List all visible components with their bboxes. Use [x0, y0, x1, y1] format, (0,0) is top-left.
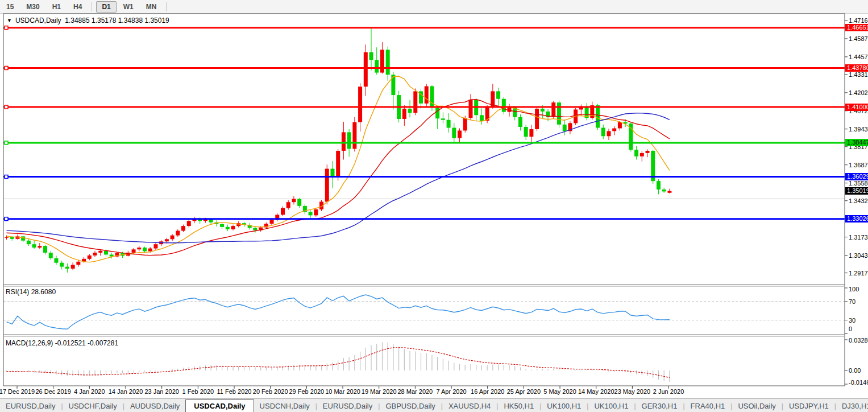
chart-tab-FRA40-H1[interactable]: FRA40,H1 [685, 400, 731, 412]
chart-tab-USDJPY-H1[interactable]: USDJPY,H1 [783, 400, 834, 412]
price-level-badge: 1.36029 [845, 173, 868, 180]
hline-handle[interactable] [5, 175, 8, 179]
current-price-badge: 1.35019 [845, 187, 868, 195]
trading-app-window: 15M30H1H4D1W1MN ▼USDCAD,Daily 1.34885 1.… [0, 0, 868, 412]
price-axis-tick[interactable]: 1.29175 [849, 270, 868, 277]
chart-tab-XAUUSD-H4[interactable]: XAUUSD,H4 [443, 400, 496, 412]
macd-axis-tick[interactable]: 0.03280 [849, 337, 868, 344]
chart-tab-DJ30-H1[interactable]: DJ30,H1 [836, 400, 868, 412]
chart-tab-AUDUSD-Daily[interactable]: AUDUSD,Daily [124, 400, 185, 412]
chart-tab-USDCAD-Daily[interactable]: USDCAD,Daily [185, 399, 254, 412]
chart-tab-USDCHF-Daily[interactable]: USDCHF,Daily [63, 400, 123, 412]
price-axis-tick[interactable]: 1.43315 [849, 71, 868, 78]
macd-histogram [7, 342, 670, 382]
hline-handle[interactable] [5, 141, 8, 145]
rsi-label: RSI(14) 28.6080 [6, 288, 56, 296]
chart-tab-bar: EURUSD,Daily|USDCHF,Daily|AUDUSD,DailyUS… [0, 398, 868, 412]
hline-handle[interactable] [5, 66, 8, 69]
rsi-axis-tick[interactable]: 30 [849, 317, 868, 324]
hline-handle[interactable] [5, 26, 8, 30]
price-axis-tick[interactable]: 1.44575 [849, 53, 868, 60]
price-axis-tick[interactable]: 1.47165 [849, 17, 868, 24]
chart-tab-EURUSD-Daily[interactable]: EURUSD,Daily [0, 400, 61, 412]
price-axis-tick[interactable]: 1.36875 [849, 162, 868, 168]
macd-axis-tick[interactable]: -0.0146 [849, 379, 868, 386]
chart-plot-area[interactable] [0, 0, 868, 412]
chart-tab-USOil-Daily[interactable]: USOil,Daily [732, 400, 781, 412]
rsi-line [7, 295, 670, 329]
price-axis-tick[interactable]: 1.30435 [849, 252, 868, 259]
chart-tab-GER30-H1[interactable]: GER30,H1 [636, 400, 683, 412]
chart-tab-HK50-H1[interactable]: HK50,H1 [498, 400, 539, 412]
price-level-badge: 1.46651 [845, 24, 868, 31]
date-axis-label[interactable]: 2 Jun 2020 [642, 388, 695, 395]
macd-axis-tick[interactable]: 0.00 [849, 367, 868, 374]
rsi-axis-tick[interactable]: 70 [849, 298, 868, 305]
chart-tab-USDCNH-Daily[interactable]: USDCNH,Daily [254, 400, 315, 412]
macd-label: MACD(12,26,9) -0.012521 -0.007281 [6, 339, 118, 347]
chart-tab-UK100-H1[interactable]: UK100,H1 [541, 400, 587, 412]
price-level-badge: 1.41000 [845, 104, 868, 111]
price-level-badge: 1.38447 [845, 139, 868, 146]
candles [5, 28, 671, 273]
price-level-badge: 1.43780 [845, 64, 868, 72]
price-axis-tick[interactable]: 1.31730 [849, 234, 868, 241]
rsi-axis-tick[interactable]: 100 [849, 286, 868, 292]
collapse-arrow-icon[interactable]: ▼ [7, 18, 12, 23]
chart-title-text: USDCAD,Daily 1.34885 1.35178 1.34838 1.3… [15, 17, 169, 24]
chart-tab-EURUSD-Daily[interactable]: EURUSD,Daily [317, 400, 378, 412]
rsi-axis-tick[interactable]: 0 [849, 326, 868, 332]
price-axis-tick[interactable]: 1.45870 [849, 35, 868, 42]
chart-tab-GBPUSD-Daily[interactable]: GBPUSD,Daily [380, 400, 441, 412]
hline-handle[interactable] [5, 105, 8, 109]
price-level-badge: 1.33026 [845, 215, 868, 223]
chart-window-border [3, 14, 845, 386]
price-axis-tick[interactable]: 1.35580 [849, 180, 868, 187]
hline-handle[interactable] [5, 217, 8, 221]
axis-ticks [17, 20, 848, 389]
chart-header: ▼USDCAD,Daily 1.34885 1.35178 1.34838 1.… [7, 17, 169, 24]
price-axis-tick[interactable]: 1.39430 [849, 126, 868, 133]
price-axis-tick[interactable]: 1.34320 [849, 197, 868, 204]
price-axis-tick[interactable]: 1.42020 [849, 89, 868, 96]
chart-tab-UK100-H1[interactable]: UK100,H1 [588, 400, 634, 412]
